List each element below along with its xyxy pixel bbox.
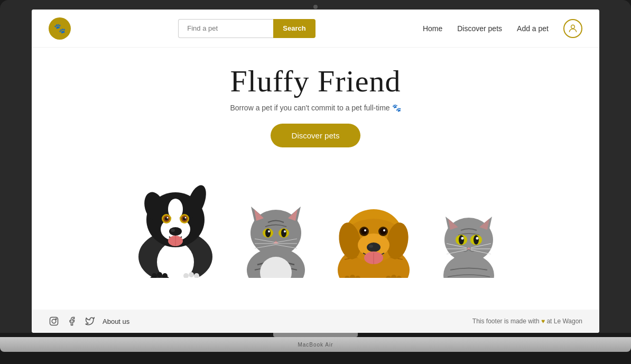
discover-pets-button[interactable]: Discover pets: [271, 124, 361, 147]
svg-point-57: [361, 228, 367, 235]
svg-point-23: [157, 272, 162, 277]
svg-point-37: [268, 230, 270, 232]
svg-point-62: [367, 242, 381, 252]
svg-point-0: [571, 25, 575, 29]
footer-credit: This footer is made with ♥ at Le Wagon: [472, 318, 582, 325]
cat-1: [231, 172, 321, 288]
laptop-base: MacBook Air: [0, 337, 631, 352]
logo-icon[interactable]: 🐾: [49, 17, 71, 40]
svg-point-60: [380, 228, 386, 235]
svg-point-15: [185, 217, 187, 219]
svg-point-81: [459, 235, 464, 245]
home-link[interactable]: Home: [423, 24, 442, 33]
footer: About us This footer is made with ♥ at L…: [32, 310, 599, 333]
svg-point-40: [284, 230, 286, 232]
pets-row: [104, 154, 527, 288]
svg-point-85: [476, 237, 479, 240]
footer-credit-suffix: at Le Wagon: [546, 318, 582, 325]
navbar: 🐾 Search Home Discover pets Add a pet: [32, 10, 599, 48]
laptop-model-label: MacBook Air: [298, 342, 333, 348]
laptop-screen: 🐾 Search Home Discover pets Add a pet: [32, 10, 599, 333]
svg-point-96: [52, 319, 56, 323]
laptop-screen-outer: 🐾 Search Home Discover pets Add a pet: [0, 0, 631, 333]
instagram-icon[interactable]: [49, 316, 59, 326]
facebook-icon[interactable]: [67, 316, 77, 326]
user-avatar-button[interactable]: [563, 19, 582, 38]
about-us-link[interactable]: About us: [103, 318, 129, 325]
hero-title: Fluffy Friend: [230, 64, 401, 98]
svg-point-16: [169, 227, 182, 236]
svg-point-58: [364, 229, 366, 231]
svg-point-97: [55, 319, 57, 320]
svg-point-84: [474, 235, 479, 245]
footer-left: About us: [49, 316, 129, 326]
svg-point-36: [265, 229, 271, 237]
search-input[interactable]: [178, 19, 273, 38]
laptop-camera: [313, 5, 318, 9]
hero-subtitle: Borrow a pet if you can't commit to a pe…: [230, 104, 401, 112]
svg-point-63: [369, 245, 373, 248]
discover-pets-link[interactable]: Discover pets: [457, 24, 502, 33]
svg-point-26: [189, 272, 194, 277]
svg-point-39: [281, 229, 286, 237]
hero-section: Fluffy Friend Borrow a pet if you can't …: [32, 48, 599, 310]
footer-heart: ♥: [541, 318, 546, 325]
search-button[interactable]: Search: [273, 19, 315, 38]
cat-2: [426, 183, 511, 288]
dog-1: [120, 154, 231, 288]
white-ledge: [32, 278, 599, 310]
hero-text: Fluffy Friend Borrow a pet if you can't …: [230, 48, 401, 147]
svg-point-61: [383, 229, 385, 231]
svg-point-82: [461, 237, 464, 240]
twitter-icon[interactable]: [85, 316, 95, 326]
add-pet-link[interactable]: Add a pet: [517, 24, 549, 33]
laptop-notch: [273, 333, 358, 337]
svg-point-17: [171, 229, 175, 232]
nav-links: Home Discover pets Add a pet: [423, 19, 582, 38]
search-form: Search: [178, 19, 315, 38]
pets-scene: [32, 154, 599, 310]
dog-2: [321, 172, 426, 288]
svg-point-11: [167, 217, 169, 219]
footer-credit-text: This footer is made with: [472, 318, 540, 325]
laptop-frame: 🐾 Search Home Discover pets Add a pet: [0, 0, 631, 364]
